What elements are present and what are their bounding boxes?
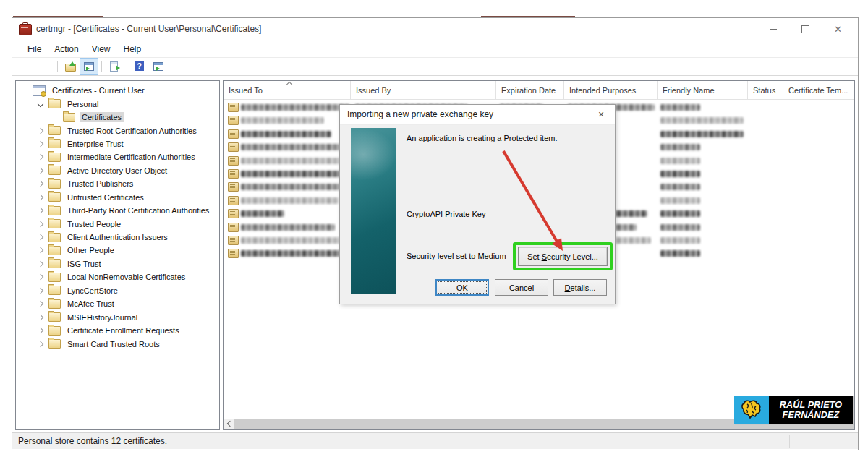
details-button[interactable]: Details... bbox=[553, 279, 607, 296]
help-button[interactable] bbox=[130, 58, 149, 75]
sidebar-item-label: Trusted People bbox=[65, 219, 123, 229]
set-security-level-button[interactable]: Set Security Level... bbox=[518, 247, 608, 266]
window-title: certmgr - [Certificates - Current User\P… bbox=[36, 24, 261, 34]
chevron-right-icon[interactable] bbox=[38, 341, 43, 346]
export-list-button[interactable] bbox=[105, 58, 124, 75]
chevron-right-icon[interactable] bbox=[38, 127, 43, 133]
minimize-button[interactable] bbox=[757, 18, 789, 40]
redacted-cell bbox=[241, 237, 342, 244]
certificate-icon bbox=[228, 223, 239, 232]
column-header-certificate-tem-[interactable]: Certificate Tem... bbox=[783, 81, 854, 99]
sidebar-item-client-authentication-issuers[interactable]: Client Authentication Issuers bbox=[16, 231, 219, 244]
sidebar-item-local-nonremovable-certificates[interactable]: Local NonRemovable Certificates bbox=[16, 270, 219, 283]
chevron-right-icon[interactable] bbox=[38, 247, 43, 253]
sidebar-item-personal[interactable]: Personal bbox=[16, 97, 219, 110]
list-column-headers: Issued ToIssued ByExpiration DateIntende… bbox=[224, 81, 854, 100]
sidebar-item-lynccertstore[interactable]: LyncCertStore bbox=[16, 284, 219, 297]
sidebar-item-trusted-root-certification-authorities[interactable]: Trusted Root Certification Authorities bbox=[16, 124, 219, 137]
back-arrow-button[interactable] bbox=[17, 58, 35, 75]
export-list-icon bbox=[109, 61, 120, 72]
chevron-right-icon[interactable] bbox=[38, 168, 43, 174]
new-window-button[interactable] bbox=[149, 58, 168, 75]
redacted-cell bbox=[660, 144, 700, 150]
sidebar-item-mcafee-trust[interactable]: McAfee Trust bbox=[16, 297, 219, 310]
menu-file[interactable]: File bbox=[21, 42, 48, 56]
chevron-right-icon[interactable] bbox=[38, 261, 43, 267]
chevron-right-icon[interactable] bbox=[38, 141, 43, 147]
maximize-button[interactable] bbox=[789, 18, 822, 40]
column-label: Friendly Name bbox=[663, 86, 715, 95]
dialog-close-button[interactable]: × bbox=[595, 108, 608, 121]
chevron-right-icon[interactable] bbox=[38, 301, 43, 307]
redacted-cell bbox=[660, 224, 700, 231]
sidebar-item-active-directory-user-object[interactable]: Active Directory User Object bbox=[16, 164, 219, 177]
scroll-left-button[interactable] bbox=[224, 419, 234, 429]
chevron-right-icon[interactable] bbox=[38, 208, 43, 213]
column-header-expiration-date[interactable]: Expiration Date bbox=[496, 81, 564, 99]
sidebar-item-label: Intermediate Certification Authorities bbox=[65, 152, 197, 162]
title-bar[interactable]: certmgr - [Certificates - Current User\P… bbox=[12, 18, 858, 40]
sidebar-item-isg-trust[interactable]: ISG Trust bbox=[16, 257, 219, 270]
sidebar-item-certificates[interactable]: Certificates bbox=[16, 111, 219, 124]
sidebar-item-certificate-enrollment-requests[interactable]: Certificate Enrollment Requests bbox=[16, 324, 219, 337]
redacted-cell bbox=[660, 171, 700, 177]
chevron-right-icon[interactable] bbox=[38, 154, 43, 160]
sidebar-item-intermediate-certification-authorities[interactable]: Intermediate Certification Authorities bbox=[16, 150, 219, 163]
chevron-right-icon[interactable] bbox=[38, 181, 43, 187]
sidebar-item-untrusted-certificates[interactable]: Untrusted Certificates bbox=[16, 191, 219, 204]
dialog-title-bar[interactable]: Importing a new private exchange key × bbox=[340, 105, 615, 125]
chevron-right-icon[interactable] bbox=[38, 314, 43, 320]
back-arrow-icon bbox=[20, 61, 32, 72]
sidebar-item-label: ISG Trust bbox=[65, 259, 103, 269]
sidebar-item-label: Untrusted Certificates bbox=[65, 192, 146, 202]
redacted-cell bbox=[241, 131, 331, 137]
sidebar-item-msiehistoryjournal[interactable]: MSIEHistoryJournal bbox=[16, 310, 219, 323]
sort-ascending-icon bbox=[286, 82, 292, 87]
chevron-right-icon[interactable] bbox=[38, 288, 43, 294]
sidebar-item-trusted-people[interactable]: Trusted People bbox=[16, 217, 219, 230]
console-tree-button[interactable] bbox=[80, 58, 98, 75]
sidebar-item-label: Personal bbox=[65, 99, 101, 109]
sidebar-item-trusted-publishers[interactable]: Trusted Publishers bbox=[16, 177, 219, 190]
logo-text: RAÚL PRIETO FERNÁNDEZ bbox=[769, 396, 853, 424]
column-header-friendly-name[interactable]: Friendly Name bbox=[658, 81, 748, 99]
chevron-right-icon[interactable] bbox=[38, 328, 43, 333]
column-header-intended-purposes[interactable]: Intended Purposes bbox=[564, 81, 658, 99]
certificate-icon bbox=[228, 182, 239, 192]
chevron-right-icon[interactable] bbox=[38, 221, 43, 226]
column-header-issued-to[interactable]: Issued To bbox=[224, 81, 351, 99]
forward-arrow-button[interactable] bbox=[35, 58, 54, 75]
folder-icon bbox=[48, 286, 61, 295]
sidebar-item-certificates-current-user[interactable]: Certificates - Current User bbox=[16, 84, 219, 97]
chevron-right-icon[interactable] bbox=[38, 274, 43, 280]
certificate-tree-pane[interactable]: Certificates - Current UserPersonalCerti… bbox=[15, 80, 220, 430]
chevron-down-icon[interactable] bbox=[38, 101, 43, 106]
redacted-cell bbox=[241, 250, 342, 257]
chevron-right-icon[interactable] bbox=[38, 194, 43, 200]
close-button[interactable]: ✕ bbox=[822, 18, 854, 40]
folder-icon bbox=[63, 113, 75, 122]
folder-icon bbox=[48, 219, 61, 228]
column-header-status[interactable]: Status bbox=[748, 81, 783, 99]
column-header-issued-by[interactable]: Issued By bbox=[351, 81, 496, 99]
sidebar-item-third-party-root-certification-authorities[interactable]: Third-Party Root Certification Authoriti… bbox=[16, 204, 219, 217]
sidebar-item-label: MSIEHistoryJournal bbox=[65, 312, 140, 322]
menu-view[interactable]: View bbox=[85, 42, 117, 56]
sidebar-item-label: Other People bbox=[65, 245, 116, 255]
sidebar-item-other-people[interactable]: Other People bbox=[16, 244, 219, 257]
redacted-cell bbox=[660, 250, 700, 257]
sidebar-item-enterprise-trust[interactable]: Enterprise Trust bbox=[16, 137, 219, 150]
menu-help[interactable]: Help bbox=[117, 42, 148, 56]
sidebar-item-smart-card-trusted-roots[interactable]: Smart Card Trusted Roots bbox=[16, 337, 219, 350]
green-highlight-box: Set Security Level... bbox=[513, 242, 613, 270]
redacted-cell bbox=[241, 197, 339, 204]
cancel-button[interactable]: Cancel bbox=[495, 279, 548, 296]
toolbar-separator bbox=[101, 61, 102, 72]
ok-button[interactable]: OK bbox=[435, 279, 489, 296]
menu-action[interactable]: Action bbox=[48, 42, 85, 56]
certmgr-window: certmgr - [Certificates - Current User\P… bbox=[12, 17, 859, 450]
chevron-right-icon[interactable] bbox=[38, 234, 43, 240]
folder-icon bbox=[48, 153, 61, 162]
dialog-title: Importing a new private exchange key bbox=[347, 109, 493, 119]
up-folder-button[interactable] bbox=[61, 58, 80, 75]
